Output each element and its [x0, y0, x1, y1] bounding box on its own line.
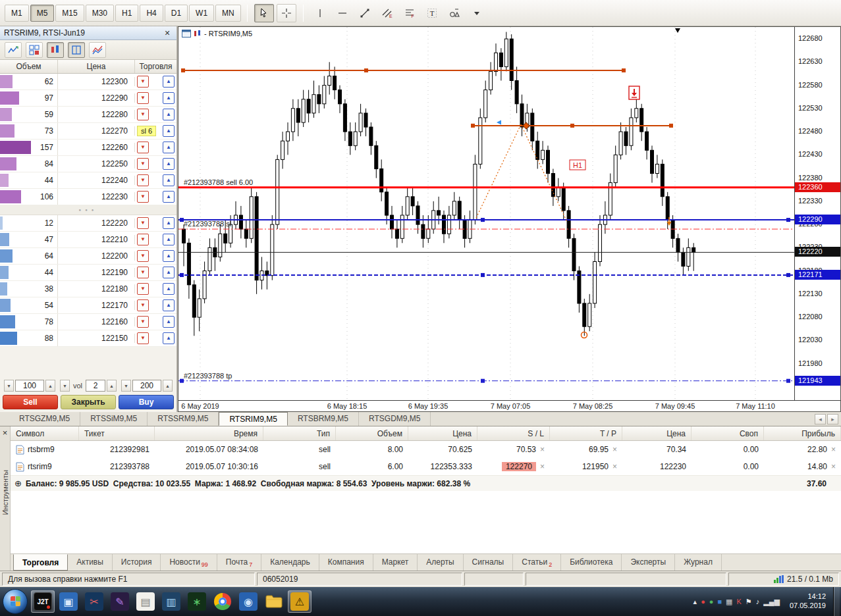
close-position-button[interactable]: Закрыть	[61, 395, 116, 409]
taskbar-app-chrome[interactable]	[211, 590, 234, 613]
timeframe-m5-button[interactable]: M5	[30, 5, 55, 22]
buy-at-price-button[interactable]: ▲	[163, 267, 175, 278]
price-cell[interactable]: 122250	[58, 159, 135, 168]
remove-sl-icon[interactable]: ×	[540, 462, 545, 471]
chart-tabs-scroll-right-icon[interactable]: ▸	[827, 414, 838, 424]
column-header[interactable]: Прибыль	[764, 426, 841, 440]
taskbar-app-notepad[interactable]: ▤	[134, 590, 157, 613]
tray-tray-grid-icon[interactable]: ▦	[726, 598, 732, 605]
taskbar-app-graphics-quill[interactable]: ✎	[108, 590, 132, 613]
sell-at-price-button[interactable]: ▼	[137, 92, 149, 104]
taskbar-app-eco-utility[interactable]: ∗	[185, 590, 209, 613]
column-header[interactable]: T / P	[550, 426, 622, 440]
timeframe-m30-button[interactable]: M30	[86, 5, 114, 22]
chart-tab-RTSSiM9M5[interactable]: RTSSiM9,M5	[80, 412, 148, 426]
toolbox-tab-Активы[interactable]: Активы	[68, 554, 113, 571]
toolbox-tab-Статьи[interactable]: Статьи2	[513, 554, 561, 571]
taskbar-app-alert-warning[interactable]: ⚠	[288, 590, 312, 613]
equidistant-channel-tool-button[interactable]: E	[377, 4, 397, 22]
taskbar-app-snipping-tool[interactable]: ✂	[82, 590, 106, 613]
timeframe-m15-button[interactable]: M15	[55, 5, 84, 22]
decrease-price-step-button[interactable]: ▼	[4, 380, 14, 392]
price-step-input[interactable]: 100	[15, 380, 44, 392]
tray-tray-k-icon[interactable]: K	[737, 598, 742, 605]
start-button[interactable]	[3, 589, 28, 614]
remove-tp-icon[interactable]: ×	[612, 462, 617, 471]
taskbar-app-remote-desktop[interactable]: ▣	[57, 590, 80, 613]
toolbox-tab-Журнал[interactable]: Журнал	[675, 554, 722, 571]
crosshair-tool-button[interactable]	[277, 4, 296, 22]
timeframe-h4-button[interactable]: H4	[140, 5, 163, 22]
shapes-tool-button[interactable]	[445, 4, 464, 22]
price-cell[interactable]: 122220	[58, 218, 135, 228]
market-grid-icon[interactable]	[26, 42, 43, 58]
toolbox-tab-Торговля[interactable]: Торговля	[13, 554, 68, 571]
sell-at-price-button[interactable]: ▼	[137, 332, 149, 344]
toolbox-tab-Компания[interactable]: Компания	[319, 554, 373, 571]
sell-at-price-button[interactable]: ▼	[137, 141, 149, 153]
column-header[interactable]: Объем	[336, 426, 408, 440]
price-cell[interactable]: 122290	[58, 93, 135, 103]
chart-tab-RTSGZM9M5[interactable]: RTSGZM9,M5	[9, 412, 80, 426]
toolbox-tab-Календарь[interactable]: Календарь	[261, 554, 319, 571]
timeframe-h1-button[interactable]: H1	[115, 5, 138, 22]
column-header[interactable]: Тикет	[79, 426, 155, 440]
toolbox-side-tab[interactable]: Инструменты	[1, 470, 9, 515]
price-cell[interactable]: 122160	[58, 317, 135, 326]
column-header[interactable]: Символ	[11, 426, 79, 440]
tray-tray-green-icon[interactable]: ●	[709, 598, 714, 605]
column-header[interactable]: Время	[155, 426, 263, 440]
toolbox-tab-Алерты[interactable]: Алерты	[418, 554, 463, 571]
chart-tab-RTSSRM9M5[interactable]: RTSSRM9,M5	[148, 412, 219, 426]
close-position-icon[interactable]: ×	[831, 462, 836, 471]
price-cell[interactable]: 122200	[58, 251, 135, 261]
taskbar-clock[interactable]: 14:12 07.05.2019	[786, 592, 831, 611]
text-tool-button[interactable]: T	[422, 4, 442, 22]
vertical-line-tool-button[interactable]	[310, 4, 330, 22]
sell-at-price-button[interactable]: ▼	[137, 174, 149, 186]
chart-tab-RTSBRM9M5[interactable]: RTSBRM9,M5	[288, 412, 359, 426]
buy-at-price-button[interactable]: ▲	[163, 76, 175, 88]
tray-tray-network-icon[interactable]: ▂▄▆	[763, 598, 780, 605]
sell-at-price-button[interactable]: ▼	[137, 158, 149, 170]
buy-at-price-button[interactable]: ▲	[163, 299, 175, 311]
column-header[interactable]: Своп	[692, 426, 764, 440]
toolbox-tab-Новости[interactable]: Новости99	[161, 554, 217, 571]
timeframe-d1-button[interactable]: D1	[165, 5, 188, 22]
sell-button[interactable]: Sell	[3, 395, 58, 409]
buy-at-price-button[interactable]: ▲	[163, 332, 175, 344]
sell-at-price-button[interactable]: ▼	[137, 234, 149, 245]
toolbox-tab-Маркет[interactable]: Маркет	[373, 554, 418, 571]
chart-tabs-scroll-left-icon[interactable]: ◂	[815, 414, 826, 424]
sell-at-price-button[interactable]: ▼	[137, 217, 149, 229]
trendline-tool-button[interactable]	[355, 4, 375, 22]
price-cell[interactable]: 122210	[58, 235, 135, 244]
buy-at-price-button[interactable]: ▲	[163, 217, 175, 229]
toolbox-tab-Библиотека[interactable]: Библиотека	[561, 554, 622, 571]
sell-at-price-button[interactable]: ▼	[137, 250, 149, 262]
close-icon[interactable]: ×	[162, 28, 173, 38]
column-header[interactable]: S / L	[477, 426, 550, 440]
buy-at-price-button[interactable]: ▲	[163, 234, 175, 245]
time-axis[interactable]: 6 May 20196 May 18:156 May 19:357 May 07…	[178, 400, 840, 411]
price-cell[interactable]: 122270	[58, 126, 135, 136]
buy-button[interactable]: Buy	[119, 395, 174, 409]
increase-range-button[interactable]: ▲	[163, 380, 173, 392]
column-header[interactable]: Тип	[263, 426, 336, 440]
close-position-icon[interactable]: ×	[831, 445, 836, 454]
price-cell[interactable]: 122240	[58, 176, 135, 185]
remove-tp-icon[interactable]: ×	[612, 445, 617, 454]
chart-tab-RTSGDM9M5[interactable]: RTSGDM9,M5	[359, 412, 431, 426]
price-scale[interactable]: 1226801226301225801225301224801224301223…	[794, 27, 840, 400]
timeframe-mn-button[interactable]: MN	[215, 5, 241, 22]
sell-at-price-button[interactable]: ▼	[137, 316, 149, 328]
buy-at-price-button[interactable]: ▲	[163, 125, 175, 137]
sell-at-price-button[interactable]: ▼	[137, 283, 149, 295]
horizontal-line-tool-button[interactable]	[333, 4, 352, 22]
buy-at-price-button[interactable]: ▲	[163, 250, 175, 262]
buy-at-price-button[interactable]: ▲	[163, 158, 175, 170]
toolbox-tab-Почта[interactable]: Почта7	[217, 554, 261, 571]
time-sales-icon[interactable]	[89, 42, 106, 58]
buy-at-price-button[interactable]: ▲	[163, 92, 175, 104]
timeframe-w1-button[interactable]: W1	[189, 5, 214, 22]
